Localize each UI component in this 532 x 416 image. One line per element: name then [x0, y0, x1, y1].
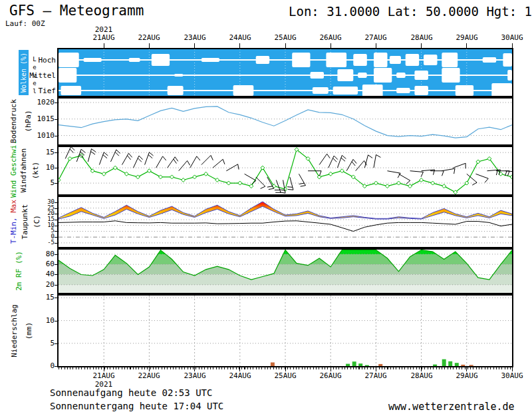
- temperature-panel: [57, 196, 513, 248]
- tick-label: 10: [28, 316, 55, 325]
- tick-label: [55, 168, 57, 168]
- clouds-axis-title: Wolken (%): [19, 50, 29, 95]
- tick-label: 29AUG: [450, 33, 483, 42]
- tick-label: 10: [28, 163, 55, 172]
- level-label-tief: Tief: [29, 87, 56, 95]
- precipitation-chart: [59, 296, 512, 366]
- tick-label: 2021: [87, 25, 120, 34]
- tick-label: [55, 243, 57, 244]
- wind-axis-title: Wind Geschwi.: [9, 144, 18, 198]
- surface-pressure-chart: [59, 99, 512, 144]
- precipitation-panel: [57, 294, 513, 367]
- cloud-cover-chart: [59, 49, 512, 96]
- sunset-label: Sonnenuntergang heute 17:04 UTC: [50, 401, 223, 411]
- tick-label: [55, 274, 57, 275]
- meteogram-page: GFS — Meteogramm Lon: 31.0000 Lat: 50.00…: [0, 0, 532, 416]
- tmax-label: Max: [9, 200, 18, 213]
- tick-label: 25AUG: [269, 371, 302, 380]
- tick-label: 23AUG: [178, 371, 211, 380]
- tick-label: 1010: [28, 131, 55, 140]
- surface-pressure-panel: [57, 97, 513, 146]
- tick-label: 28AUG: [405, 371, 438, 380]
- tick-label: 80: [28, 250, 55, 258]
- tmin-label: T-Min,: [9, 217, 18, 244]
- tick-label: [285, 367, 286, 371]
- humidity-axis-title: 2m RF (%): [15, 249, 23, 293]
- tick-label: [55, 343, 57, 344]
- tick-label: [194, 43, 195, 48]
- precipitation-axis-title: Niederschlag: [10, 304, 19, 358]
- temperature-axis-title: T-Min, Max: [9, 198, 18, 246]
- tick-label: 2021: [87, 380, 120, 389]
- tick-label: [55, 152, 57, 153]
- tick-label: [512, 367, 513, 371]
- tick-label: 1020: [28, 98, 55, 106]
- level-label-mittel: Mittel: [29, 71, 56, 80]
- tick-label: 22AUG: [132, 371, 166, 380]
- page-title: GFS — Meteogramm: [9, 3, 144, 19]
- tick-label: [376, 43, 376, 48]
- tick-label: [239, 43, 240, 48]
- humidity-panel: [57, 248, 513, 294]
- tick-label: [285, 43, 286, 48]
- tick-label: -5: [28, 238, 55, 247]
- level-label-hoch: Hoch: [29, 56, 56, 65]
- tick-label: [55, 285, 57, 286]
- tick-label: 29AUG: [450, 371, 483, 380]
- tick-label: [104, 367, 104, 371]
- tick-label: [194, 367, 195, 371]
- tick-label: [149, 367, 150, 371]
- tick-label: 21AUG: [87, 33, 120, 42]
- tick-label: [55, 231, 57, 232]
- tick-label: 20: [28, 280, 55, 289]
- tick-label: 24AUG: [223, 33, 257, 42]
- tick-label: [55, 214, 57, 214]
- tick-label: [331, 43, 331, 48]
- tick-label: [55, 208, 57, 209]
- tick-label: 1015: [28, 114, 55, 123]
- model-run-label: Lauf: 00Z: [5, 19, 45, 28]
- tick-label: [55, 226, 57, 226]
- tick-label: 25AUG: [269, 33, 302, 42]
- tick-label: [55, 264, 57, 265]
- tick-label: 15: [28, 293, 55, 302]
- tick-label: [104, 43, 104, 48]
- tick-label: [421, 367, 422, 371]
- tick-label: [55, 136, 57, 136]
- wind-barbs-label: Windfahnen: [19, 147, 28, 194]
- tick-label: [55, 237, 57, 238]
- tick-label: [55, 119, 57, 120]
- tick-label: 23AUG: [178, 33, 211, 42]
- humidity-chart: [59, 250, 512, 293]
- tick-label: 28AUG: [405, 33, 438, 42]
- tick-label: [55, 254, 57, 255]
- tick-label: [55, 220, 57, 220]
- website-label: www.wetterzentrale.de: [388, 401, 515, 413]
- tick-label: 22AUG: [132, 33, 166, 42]
- tick-label: [55, 298, 57, 298]
- pressure-axis-title: Bodendruck: [9, 95, 18, 148]
- tick-label: 26AUG: [314, 371, 347, 380]
- tick-label: 27AUG: [359, 371, 392, 380]
- tick-label: [55, 103, 57, 103]
- wind-panel: [57, 146, 513, 196]
- tick-label: 24AUG: [223, 371, 257, 380]
- cloud-cover-panel: [57, 48, 513, 97]
- tick-label: [149, 43, 150, 48]
- tick-label: [512, 43, 513, 48]
- tick-label: 15: [28, 148, 55, 156]
- tick-label: [55, 183, 57, 184]
- tick-label: 30AUG: [495, 33, 529, 42]
- tick-label: 5: [28, 339, 55, 347]
- tick-label: 30AUG: [495, 371, 529, 380]
- tick-label: [55, 321, 57, 321]
- tick-label: 0: [28, 361, 55, 370]
- tick-label: 60: [28, 260, 55, 268]
- tick-label: 5: [28, 178, 55, 187]
- tick-label: 40: [28, 270, 55, 278]
- tick-label: [466, 367, 467, 371]
- temperature-chart: [59, 197, 512, 247]
- sunrise-label: Sonnenaufgang heute 02:53 UTC: [50, 387, 212, 398]
- tick-label: 26AUG: [314, 33, 347, 42]
- tick-label: 27AUG: [359, 33, 392, 42]
